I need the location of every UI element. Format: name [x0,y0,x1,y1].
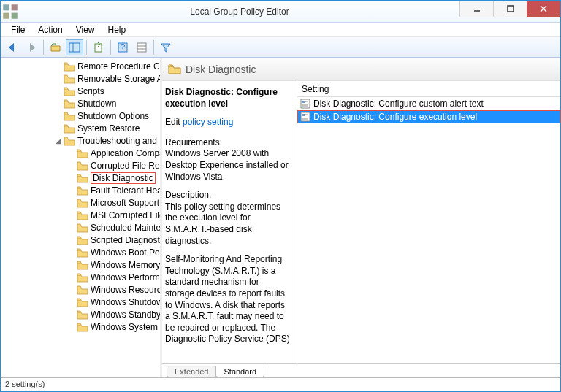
folder-icon [77,260,88,270]
settings-list: Setting Disk Diagnostic: Configure custo… [297,81,560,363]
folder-icon [64,123,75,134]
svg-rect-22 [302,114,305,116]
list-item[interactable]: Disk Diagnostic: Configure execution lev… [297,110,560,123]
toolbar: ? [1,37,560,58]
policy-icon [300,112,310,122]
tree-item[interactable]: Application Compa [1,147,162,159]
folder-icon [168,64,181,75]
tree-item[interactable]: Windows Memory [1,258,162,271]
back-button[interactable] [4,39,21,55]
export-button[interactable] [90,39,107,55]
content-area: Remote Procedure CalRemovable Storage Ac… [1,58,560,377]
list-item-label: Disk Diagnostic: Configure custom alert … [313,99,484,109]
maximize-button[interactable] [493,1,527,17]
tree-item[interactable]: Removable Storage Ac [1,72,162,85]
tree-item-label: Shutdown Options [77,111,149,121]
tree-item[interactable]: System Restore [1,122,162,134]
folder-icon [64,86,75,96]
up-button[interactable] [47,39,64,55]
tree-item[interactable]: Remote Procedure Cal [1,60,162,72]
policy-icon [300,99,310,109]
description-panel: Disk Diagnostic: Configure execution lev… [162,81,297,363]
tree-item[interactable]: Windows Performa [1,271,162,283]
tree-item[interactable]: Disk Diagnostic [1,172,162,184]
tree-item[interactable]: Microsoft Support [1,196,162,209]
tree-item-label: Scheduled Mainten [91,223,162,233]
column-header-setting[interactable]: Setting [297,81,560,97]
folder-icon [77,310,88,320]
menu-bar: File Action View Help [1,23,560,37]
toolbar-separator [110,40,111,55]
svg-rect-17 [302,101,305,103]
folder-icon [77,198,88,208]
show-tree-button[interactable] [66,39,83,55]
tree-item[interactable]: Shutdown [1,97,162,109]
list-item[interactable]: Disk Diagnostic: Configure custom alert … [297,97,560,110]
description-para2: Self-Monitoring And Reporting Technology… [165,254,291,345]
svg-rect-0 [3,4,9,10]
tree-item[interactable]: Windows Boot Perf [1,246,162,258]
tree-item-label: Shutdown [77,99,116,109]
tree-pane[interactable]: Remote Procedure CalRemovable Storage Ac… [1,58,162,377]
menu-action[interactable]: Action [32,23,68,36]
tree-item-label: Scripts [77,86,104,96]
svg-rect-2 [3,12,9,18]
tree-item-label: Windows Memory [91,260,160,270]
tab-extended[interactable]: Extended [167,366,216,377]
tree-item[interactable]: Windows Standby/ [1,308,162,320]
filter-button[interactable] [157,39,175,55]
folder-icon [77,272,88,283]
help-button[interactable]: ? [114,39,131,55]
tree-item[interactable]: Shutdown Options [1,109,162,122]
tree-item-label: MSI Corrupted File [91,210,162,220]
forward-button[interactable] [23,39,40,55]
properties-button[interactable] [133,39,150,55]
view-tabs: Extended Standard [162,363,560,377]
tree-item[interactable]: Windows Resource [1,283,162,296]
pane-header: Disk Diagnostic [162,58,560,80]
menu-file[interactable]: File [5,23,31,36]
svg-rect-1 [12,4,18,10]
tree-item[interactable]: Corrupted File Reco [1,159,162,172]
pane-title: Disk Diagnostic [186,64,256,75]
minimize-button[interactable] [459,1,493,17]
folder-icon [77,210,88,220]
tree-item-label: Windows Shutdow [91,297,162,307]
menu-view[interactable]: View [70,23,101,36]
tree-item-label: Windows Performa [91,272,162,283]
description-text: This policy setting determines the execu… [165,201,291,247]
tree-item-label: System Restore [77,123,140,134]
app-icon [1,2,20,21]
folder-icon [77,247,88,258]
pane-body: Disk Diagnostic: Configure execution lev… [162,80,560,363]
tree-item[interactable]: MSI Corrupted File [1,209,162,221]
folder-icon [64,61,75,72]
status-bar: 2 setting(s) [1,377,560,392]
setting-title: Disk Diagnostic: Configure execution lev… [165,87,291,109]
tree-item-label: Removable Storage Ac [77,74,162,84]
tree-item[interactable]: Windows System R [1,320,162,333]
tab-standard[interactable]: Standard [215,366,264,377]
tree-item[interactable]: Scheduled Mainten [1,221,162,234]
requirements-text: Windows Server 2008 with Desktop Experie… [165,148,291,182]
close-button[interactable] [527,1,560,17]
folder-icon [77,185,88,196]
expander-icon[interactable]: ◢ [53,137,64,145]
menu-help[interactable]: Help [102,23,132,36]
tree-item-label: Corrupted File Reco [91,161,162,171]
list-item-label: Disk Diagnostic: Configure execution lev… [313,112,477,122]
requirements-heading: Requirements: [165,137,291,149]
folder-icon [77,297,88,307]
list-rows[interactable]: Disk Diagnostic: Configure custom alert … [297,97,560,363]
toolbar-separator [153,40,154,55]
tree-item[interactable]: Scripts [1,85,162,97]
folder-icon [77,223,88,233]
tree-item-label: Disk Diagnostic [91,172,156,184]
toolbar-separator [43,40,44,55]
tree-item[interactable]: ◢Troubleshooting and D [1,134,162,147]
folder-icon [64,111,75,121]
tree-item[interactable]: Fault Tolerant Heap [1,184,162,196]
tree-item[interactable]: Scripted Diagnostic [1,234,162,246]
edit-policy-link[interactable]: policy setting [183,117,233,127]
tree-item[interactable]: Windows Shutdow [1,296,162,308]
